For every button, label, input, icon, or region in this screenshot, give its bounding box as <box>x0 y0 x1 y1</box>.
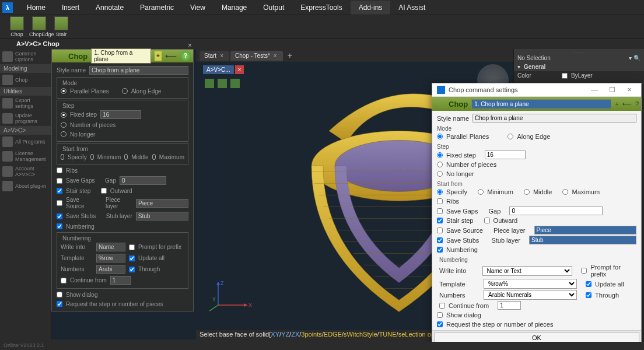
side-all-programs[interactable]: All Programs <box>0 135 51 149</box>
add-style-button[interactable]: + <box>155 51 162 61</box>
style-dropdown[interactable]: 1. Chop from a plane <box>471 99 611 109</box>
menu-ai-assist[interactable]: AI Assist <box>390 1 433 15</box>
ribbon-chopedge[interactable]: ChopEdge <box>29 16 49 37</box>
stub-layer-input[interactable] <box>529 236 636 244</box>
mode-along-edge-radio[interactable] <box>508 134 513 139</box>
num-pieces-radio[interactable] <box>437 162 443 167</box>
request-step-checkbox[interactable] <box>57 301 62 307</box>
gap-input[interactable] <box>120 176 166 185</box>
stair-step-checkbox[interactable] <box>437 218 443 223</box>
save-stubs-checkbox[interactable] <box>437 237 443 243</box>
show-dialog-checkbox[interactable] <box>57 292 62 298</box>
start-maximum-radio[interactable] <box>562 189 568 195</box>
close-icon[interactable]: × <box>274 52 277 59</box>
numbering-checkbox[interactable] <box>437 247 443 253</box>
through-checkbox[interactable] <box>129 267 135 272</box>
selection-dropdown[interactable]: No Selection <box>517 55 551 61</box>
style-name-input[interactable] <box>89 66 188 75</box>
side-update-programs[interactable]: Update programs <box>0 111 51 126</box>
template-select[interactable]: %row% <box>484 279 577 289</box>
side-common-options[interactable]: Common Options <box>0 49 51 64</box>
viewport-tool-2[interactable] <box>218 79 227 88</box>
ribs-checkbox[interactable] <box>437 198 443 204</box>
viewport-tool-1[interactable] <box>205 79 214 88</box>
back-arrow-icon[interactable]: ⟵ <box>165 51 177 61</box>
start-maximum-radio[interactable] <box>152 154 156 160</box>
fixed-step-radio[interactable] <box>437 152 443 158</box>
ribbon-chop[interactable]: Chop <box>7 16 27 37</box>
close-icon[interactable]: × <box>220 52 223 59</box>
tab-chop-tests[interactable]: Chop - Tests*× <box>230 51 283 61</box>
template-input[interactable] <box>96 254 125 262</box>
save-stubs-checkbox[interactable] <box>57 214 62 219</box>
piece-layer-input[interactable] <box>534 226 636 235</box>
save-gaps-checkbox[interactable] <box>57 178 62 184</box>
menu-addins[interactable]: Add-ins <box>351 1 391 15</box>
start-specify-radio[interactable] <box>61 154 64 160</box>
app-icon[interactable]: λ <box>2 2 13 13</box>
side-about[interactable]: About plug-in <box>0 179 51 193</box>
outward-checkbox[interactable] <box>101 188 107 194</box>
close-icon[interactable]: × <box>188 41 192 50</box>
style-name-input[interactable] <box>473 114 636 123</box>
update-all-checkbox[interactable] <box>129 256 135 261</box>
side-account[interactable]: Account A>V>C> <box>0 164 51 179</box>
outward-checkbox[interactable] <box>484 218 490 223</box>
add-style-button[interactable]: + <box>615 100 618 107</box>
continue-from-checkbox[interactable] <box>61 278 66 284</box>
gap-input[interactable] <box>509 206 603 215</box>
panel-grip[interactable]: ..... <box>514 49 644 54</box>
show-dialog-checkbox[interactable] <box>437 312 443 318</box>
save-source-checkbox[interactable] <box>437 228 443 233</box>
save-gaps-checkbox[interactable] <box>437 208 443 214</box>
prompt-prefix-checkbox[interactable] <box>581 268 587 274</box>
no-longer-radio[interactable] <box>61 131 66 137</box>
menu-manage[interactable]: Manage <box>214 1 255 15</box>
fixed-step-radio[interactable] <box>61 112 66 118</box>
numbers-select[interactable]: Arabic Numerals <box>484 290 577 300</box>
viewport-tool-3[interactable] <box>230 79 240 88</box>
write-into-input[interactable] <box>96 243 125 251</box>
fixed-step-input[interactable] <box>485 150 526 159</box>
numbering-checkbox[interactable] <box>57 223 62 229</box>
mode-along-edge-radio[interactable] <box>122 88 128 94</box>
save-source-checkbox[interactable] <box>57 200 62 206</box>
prompt-prefix-checkbox[interactable] <box>129 244 135 250</box>
through-checkbox[interactable] <box>586 292 592 298</box>
viewport-breadcrumb[interactable]: A>V>C... <box>203 65 234 74</box>
request-step-checkbox[interactable] <box>437 321 443 327</box>
continue-from-checkbox[interactable] <box>439 303 445 309</box>
menu-view[interactable]: View <box>182 1 214 15</box>
menu-expresstools[interactable]: ExpressTools <box>292 1 350 15</box>
help-icon[interactable]: ? <box>635 100 639 107</box>
close-icon[interactable]: × <box>235 65 244 74</box>
num-pieces-radio[interactable] <box>61 122 66 128</box>
help-icon[interactable]: ? <box>180 51 191 61</box>
mode-parallel-radio[interactable] <box>61 88 66 94</box>
menu-insert[interactable]: Insert <box>54 1 88 15</box>
start-middle-radio[interactable] <box>124 154 128 160</box>
fixed-step-input[interactable] <box>100 110 141 119</box>
add-tab-button[interactable]: + <box>284 50 296 61</box>
menu-parametric[interactable]: Parametric <box>132 1 182 15</box>
stub-layer-input[interactable] <box>136 212 188 220</box>
maximize-button[interactable]: ☐ <box>605 86 619 94</box>
ribs-checkbox[interactable] <box>57 167 62 173</box>
write-into-select[interactable]: Name or Text <box>482 266 573 276</box>
tab-start[interactable]: Start× <box>200 51 229 61</box>
props-general-header[interactable]: General <box>524 64 545 70</box>
start-specify-radio[interactable] <box>437 189 443 195</box>
side-export-settings[interactable]: Export settings <box>0 96 51 111</box>
start-minimum-radio[interactable] <box>90 154 94 160</box>
side-license[interactable]: License Management <box>0 149 51 164</box>
update-all-checkbox[interactable] <box>586 281 592 287</box>
start-middle-radio[interactable] <box>524 189 530 195</box>
start-minimum-radio[interactable] <box>478 189 484 195</box>
menu-annotate[interactable]: Annotate <box>88 1 132 15</box>
close-button[interactable]: × <box>622 86 636 94</box>
no-longer-radio[interactable] <box>437 171 443 177</box>
minimize-button[interactable]: — <box>587 86 601 94</box>
mode-parallel-radio[interactable] <box>437 134 443 139</box>
color-swatch[interactable] <box>562 73 568 79</box>
side-chop[interactable]: Chop <box>0 73 51 87</box>
